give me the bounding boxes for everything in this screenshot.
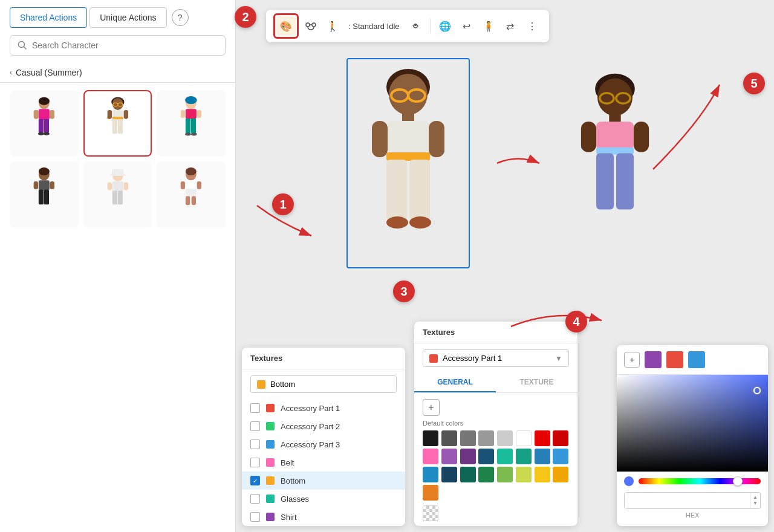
globe-icon[interactable]: 🌐 — [435, 16, 455, 36]
svg-rect-38 — [50, 181, 54, 189]
figma-icon[interactable]: 🎨 — [276, 16, 296, 36]
color-swatch-blue[interactable] — [535, 449, 550, 464]
character-grid — [0, 83, 235, 235]
accessory-dropdown[interactable]: Accessory Part 1 ▼ — [423, 349, 569, 367]
search-input[interactable] — [32, 41, 218, 50]
character-card-2[interactable] — [83, 90, 152, 157]
color-swatch-transparent[interactable] — [423, 505, 438, 521]
character-card-5[interactable] — [83, 161, 152, 228]
picker-swatch-purple[interactable] — [645, 351, 662, 368]
color-swatch-lightgreen[interactable] — [497, 467, 513, 482]
texture-tab[interactable]: TEXTURE — [496, 373, 577, 392]
color-swatch-lime[interactable] — [516, 467, 532, 482]
texture-item-accessory3[interactable]: Accessory Part 3 — [242, 435, 405, 453]
spinner-up[interactable]: ▲ — [753, 495, 758, 501]
texture-item-shirt[interactable]: Shirt — [242, 508, 405, 526]
checkbox-accessory3[interactable] — [250, 440, 260, 449]
hue-slider[interactable] — [639, 478, 761, 484]
motion-icon[interactable] — [406, 16, 425, 36]
person-connections-icon[interactable] — [301, 16, 320, 36]
color-swatch-darkgray[interactable] — [441, 430, 457, 446]
textures-panel-right: Textures Accessory Part 1 ▼ GENERAL TEXT… — [414, 322, 577, 526]
color-swatch-medgray[interactable] — [478, 430, 494, 446]
color-swatch-deepnavy[interactable] — [441, 467, 457, 482]
svg-rect-29 — [197, 110, 201, 118]
character-card-4[interactable] — [10, 161, 79, 228]
walk-icon[interactable]: 🚶 — [323, 16, 342, 36]
color-dot-shirt — [266, 513, 275, 521]
adjust-icon[interactable]: ⇄ — [501, 16, 520, 36]
color-picker-panel: + #5271FF ▲ ▼ HEX — [617, 345, 768, 526]
color-swatch-yellow[interactable] — [535, 467, 550, 482]
main-canvas: 🎨 🚶 : Standard Idle 🌐 ↩ 🧍 ⇄ ⋮ 2 — [236, 0, 774, 532]
dropdown-label: Bottom — [270, 380, 295, 389]
svg-line-1 — [24, 47, 27, 50]
color-swatch-gray[interactable] — [460, 430, 476, 446]
color-swatch-amber[interactable] — [553, 467, 568, 482]
svg-rect-80 — [609, 115, 620, 123]
texture-dropdown[interactable]: Bottom — [250, 375, 397, 393]
svg-rect-72 — [429, 121, 444, 157]
svg-point-56 — [312, 23, 316, 27]
color-swatch-teal[interactable] — [497, 449, 513, 464]
svg-rect-67 — [386, 160, 407, 220]
color-swatch-orange[interactable] — [423, 485, 438, 501]
character-card-3[interactable] — [157, 90, 226, 157]
hex-input[interactable]: #5271FF — [625, 493, 750, 508]
picker-swatch-red[interactable] — [666, 351, 683, 368]
checkbox-shirt[interactable] — [250, 512, 260, 522]
undo-icon[interactable]: ↩ — [457, 16, 476, 36]
color-swatch-pink[interactable] — [423, 449, 438, 464]
spinner-down[interactable]: ▼ — [753, 501, 758, 507]
picker-swatch-blue[interactable] — [688, 351, 705, 368]
checkbox-belt[interactable] — [250, 458, 260, 467]
color-swatch-darkred[interactable] — [553, 430, 568, 446]
texture-item-belt[interactable]: Belt — [242, 453, 405, 472]
svg-rect-34 — [39, 180, 50, 190]
checkbox-accessory2[interactable] — [250, 421, 260, 431]
texture-item-glasses[interactable]: Glasses — [242, 490, 405, 508]
general-tab[interactable]: GENERAL — [414, 373, 496, 392]
picker-add-btn[interactable]: + — [624, 352, 640, 368]
svg-rect-28 — [181, 110, 185, 118]
color-swatch-cerulean[interactable] — [423, 467, 438, 482]
color-swatch-purple[interactable] — [441, 449, 457, 464]
texture-item-bottom[interactable]: ✓ Bottom — [242, 472, 405, 490]
canvas-char-right-svg — [567, 71, 663, 253]
color-swatch-red[interactable] — [535, 430, 550, 446]
person-icon[interactable]: 🧍 — [479, 16, 498, 36]
texture-item-accessory2[interactable]: Accessory Part 2 — [242, 417, 405, 435]
color-swatch-black[interactable] — [423, 430, 438, 446]
step-badge-1: 1 — [272, 193, 294, 215]
color-swatch-darkpurple[interactable] — [460, 449, 476, 464]
checkbox-accessory1[interactable] — [250, 403, 260, 413]
svg-rect-10 — [50, 110, 54, 119]
color-swatch-lightblue[interactable] — [553, 449, 568, 464]
color-swatch-darkgreen[interactable] — [460, 467, 476, 482]
more-icon[interactable]: ⋮ — [522, 16, 542, 36]
color-swatch-white[interactable] — [516, 430, 532, 446]
color-dot-bottom — [266, 476, 275, 485]
shared-actions-tab[interactable]: Shared Actions — [10, 7, 87, 28]
texture-item-accessory1[interactable]: Accessory Part 1 — [242, 399, 405, 417]
color-swatch-lightgray[interactable] — [497, 430, 513, 446]
hex-spinner[interactable]: ▲ ▼ — [750, 493, 760, 507]
picker-gradient[interactable] — [617, 375, 768, 472]
checkbox-bottom[interactable]: ✓ — [250, 476, 260, 485]
help-button[interactable]: ? — [172, 9, 189, 26]
toolbar-icon-box[interactable]: 🎨 — [273, 13, 299, 39]
character-card-6[interactable] — [157, 161, 226, 228]
checkbox-glasses[interactable] — [250, 494, 260, 504]
texture-label-accessory3: Accessory Part 3 — [281, 440, 340, 449]
color-swatch-darkteal[interactable] — [516, 449, 532, 464]
svg-point-58 — [414, 24, 417, 26]
color-swatch-navy[interactable] — [478, 449, 494, 464]
texture-label-belt: Belt — [281, 458, 294, 467]
color-add-button[interactable]: + — [423, 399, 440, 416]
color-swatch-green[interactable] — [478, 467, 494, 482]
category-header[interactable]: ‹ Casual (Summer) — [0, 63, 235, 83]
character-card-1[interactable] — [10, 90, 79, 157]
unique-actions-tab[interactable]: Unique Actions — [89, 7, 166, 28]
svg-point-3 — [39, 97, 50, 105]
textures-left-title: Textures — [242, 348, 405, 369]
